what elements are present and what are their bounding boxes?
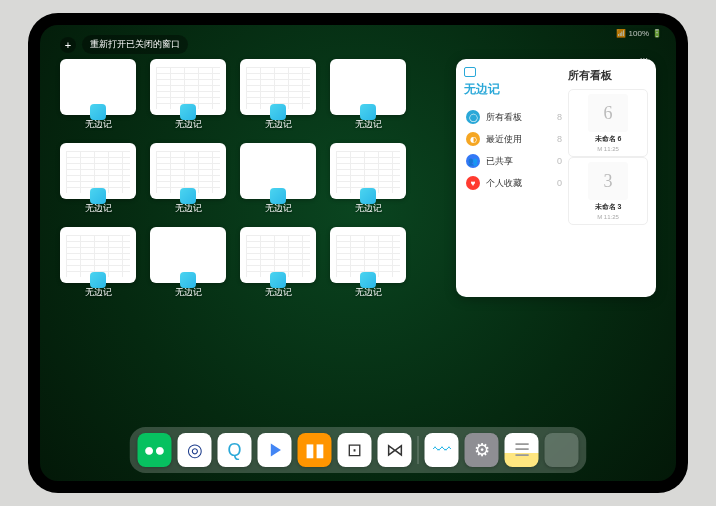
- dock-app-notes[interactable]: ☰: [505, 433, 539, 467]
- thumbnail-preview: [150, 227, 226, 283]
- add-button[interactable]: +: [60, 37, 76, 53]
- window-thumbnail[interactable]: 无边记: [150, 59, 226, 133]
- thumbnail-preview: [330, 59, 406, 115]
- thumbnail-preview: [60, 143, 136, 199]
- dock: ●●◎Q▮▮⊡⋈〰⚙☰: [130, 427, 587, 473]
- status-bar: 📶 100% 🔋: [616, 29, 662, 38]
- category-label: 个人收藏: [486, 177, 522, 190]
- dock-app-multitask[interactable]: [545, 433, 579, 467]
- category-count: 8: [557, 134, 562, 144]
- thumbnail-preview: [150, 59, 226, 115]
- category-count: 0: [557, 178, 562, 188]
- board-item[interactable]: 6未命名 6M 11:25: [568, 89, 648, 157]
- category-label: 已共享: [486, 155, 513, 168]
- toolbar: + 重新打开已关闭的窗口: [60, 35, 188, 54]
- dock-separator: [418, 436, 419, 464]
- window-thumbnail[interactable]: 无边记: [150, 227, 226, 301]
- boards-title: 所有看板: [568, 68, 648, 83]
- board-label: 未命名 3: [595, 202, 622, 212]
- dock-app-qqbrowser[interactable]: Q: [218, 433, 252, 467]
- thumbnail-preview: [240, 59, 316, 115]
- thumbnail-preview: [150, 143, 226, 199]
- reopen-closed-window-button[interactable]: 重新打开已关闭的窗口: [82, 35, 188, 54]
- dock-app-freeform[interactable]: 〰: [425, 433, 459, 467]
- board-label: 未命名 6: [595, 134, 622, 144]
- window-grid: 无边记无边记无边记无边记无边记无边记无边记无边记无边记无边记无边记无边记: [60, 59, 426, 423]
- board-subtitle: M 11:25: [597, 214, 619, 220]
- window-thumbnail[interactable]: 无边记: [330, 59, 406, 133]
- window-thumbnail[interactable]: 无边记: [240, 143, 316, 217]
- dock-app-dice[interactable]: ⊡: [338, 433, 372, 467]
- sidebar-toggle-icon[interactable]: [464, 67, 476, 77]
- more-icon[interactable]: ···: [640, 53, 648, 64]
- category-icon: ◯: [466, 110, 480, 124]
- category-item[interactable]: ◯所有看板8: [464, 106, 564, 128]
- thumbnail-preview: [60, 227, 136, 283]
- window-thumbnail[interactable]: 无边记: [330, 143, 406, 217]
- category-item[interactable]: ◐最近使用8: [464, 128, 564, 150]
- window-thumbnail[interactable]: 无边记: [150, 143, 226, 217]
- thumbnail-preview: [60, 59, 136, 115]
- window-thumbnail[interactable]: 无边记: [240, 227, 316, 301]
- dock-app-browser-hd[interactable]: ◎: [178, 433, 212, 467]
- window-thumbnail[interactable]: 无边记: [60, 227, 136, 301]
- category-count: 8: [557, 112, 562, 122]
- window-thumbnail[interactable]: 无边记: [60, 143, 136, 217]
- content-area: 无边记无边记无边记无边记无边记无边记无边记无边记无边记无边记无边记无边记 无边记…: [60, 59, 656, 423]
- dock-app-video[interactable]: [258, 433, 292, 467]
- category-label: 最近使用: [486, 133, 522, 146]
- window-thumbnail[interactable]: 无边记: [60, 59, 136, 133]
- panel-boards: ··· 所有看板 6未命名 6M 11:253未命名 3M 11:25: [568, 67, 648, 289]
- board-item[interactable]: 3未命名 3M 11:25: [568, 157, 648, 225]
- category-count: 0: [557, 156, 562, 166]
- battery-icon: 🔋: [652, 29, 662, 38]
- dock-app-books[interactable]: ▮▮: [298, 433, 332, 467]
- window-thumbnail[interactable]: 无边记: [240, 59, 316, 133]
- category-icon: ◐: [466, 132, 480, 146]
- thumbnail-preview: [330, 143, 406, 199]
- panel-sidebar: 无边记 ◯所有看板8◐最近使用8👥已共享0♥个人收藏0: [464, 67, 564, 289]
- screen: 📶 100% 🔋 + 重新打开已关闭的窗口 无边记无边记无边记无边记无边记无边记…: [40, 25, 676, 481]
- category-label: 所有看板: [486, 111, 522, 124]
- board-preview: 3: [588, 162, 628, 200]
- dock-app-wechat[interactable]: ●●: [138, 433, 172, 467]
- category-icon: ♥: [466, 176, 480, 190]
- category-item[interactable]: 👥已共享0: [464, 150, 564, 172]
- thumbnail-preview: [240, 227, 316, 283]
- battery-text: 100%: [629, 29, 649, 38]
- dock-app-connect[interactable]: ⋈: [378, 433, 412, 467]
- thumbnail-preview: [330, 227, 406, 283]
- panel-header: [464, 67, 564, 77]
- panel-title: 无边记: [464, 81, 564, 98]
- dock-app-settings[interactable]: ⚙: [465, 433, 499, 467]
- category-item[interactable]: ♥个人收藏0: [464, 172, 564, 194]
- freeform-panel: 无边记 ◯所有看板8◐最近使用8👥已共享0♥个人收藏0 ··· 所有看板 6未命…: [456, 59, 656, 297]
- board-preview: 6: [588, 94, 628, 132]
- window-thumbnail[interactable]: 无边记: [330, 227, 406, 301]
- thumbnail-preview: [240, 143, 316, 199]
- board-subtitle: M 11:25: [597, 146, 619, 152]
- signal-icon: 📶: [616, 29, 626, 38]
- category-icon: 👥: [466, 154, 480, 168]
- ipad-device: 📶 100% 🔋 + 重新打开已关闭的窗口 无边记无边记无边记无边记无边记无边记…: [28, 13, 688, 493]
